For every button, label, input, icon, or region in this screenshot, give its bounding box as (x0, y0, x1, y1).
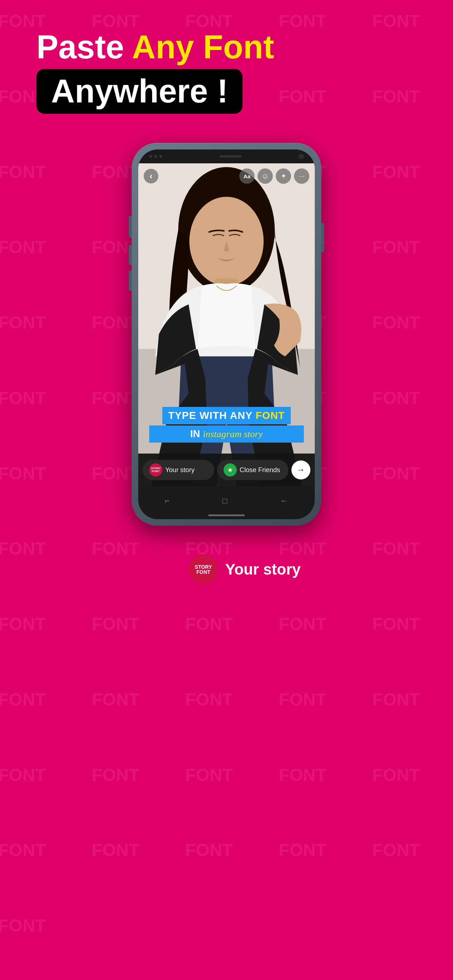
overlay-line2: INinstagram story (149, 425, 304, 442)
text-tool-button[interactable]: Aa (239, 169, 255, 184)
volume-down-button (129, 270, 132, 291)
back-button[interactable]: ‹ (144, 169, 158, 183)
story-overlay-text: TYPE WITH ANY FONT INinstagram story (138, 407, 315, 442)
effects-icon: ✦ (281, 172, 286, 180)
star-icon: ★ (227, 466, 233, 474)
close-friends-button[interactable]: ★ Close Friends (217, 460, 289, 480)
sensor-dot (154, 155, 157, 158)
story-screen: ‹ Aa ☺ ✦ (138, 163, 315, 486)
close-friends-icon: ★ (223, 463, 237, 477)
main-content: Paste Any Font Anywhere ! (0, 0, 453, 584)
sticker-icon: ☺ (262, 172, 269, 180)
nav-back-icon: ⌐ (165, 496, 170, 506)
headline-any-font: Any Font (132, 29, 274, 65)
overlay-instagram-story: instagram story (203, 429, 263, 439)
bottom-section: STORY FONT Your story (152, 555, 301, 584)
sticker-button[interactable]: ☺ (257, 169, 273, 184)
headline-line1: Paste Any Font (37, 29, 274, 65)
overlay-line1: TYPE WITH ANY FONT (162, 407, 291, 425)
back-icon: ‹ (150, 171, 152, 181)
share-arrow-icon: → (297, 465, 305, 475)
bottom-story-label: Your story (225, 561, 301, 578)
more-icon: ⋯ (299, 173, 305, 180)
headline-paste: Paste (37, 29, 124, 65)
sensor-dot (160, 155, 162, 158)
effects-button[interactable]: ✦ (276, 169, 291, 184)
notch-sensors (149, 155, 162, 158)
headline-anywhere-wrapper: Anywhere ! (37, 69, 242, 114)
overlay-in: IN (190, 428, 200, 439)
home-indicator (208, 514, 245, 516)
story-bottom-bar: STORY FONT Your story ★ Close Friends (138, 453, 315, 486)
headline-anywhere: Anywhere ! (51, 73, 228, 110)
logo-story: STORY (195, 565, 212, 570)
speaker-slot (220, 155, 241, 158)
phone-notch (138, 150, 315, 163)
volume-up-button (129, 245, 132, 265)
toolbar-right-buttons: Aa ☺ ✦ ⋯ (239, 169, 309, 184)
overlay-font-highlight: FONT (256, 410, 285, 421)
story-font-logo: STORY FONT (189, 555, 218, 584)
text-icon: Aa (243, 173, 250, 180)
nav-recent-icon: ← (280, 496, 288, 506)
your-story-button[interactable]: STORY FONT Your story (143, 460, 214, 480)
more-button[interactable]: ⋯ (294, 169, 309, 184)
your-story-label: Your story (165, 466, 195, 474)
phone-mockup: ‹ Aa ☺ ✦ (132, 143, 321, 526)
sensor-dot (149, 155, 152, 158)
bottom-label: STORY FONT Your story (189, 555, 301, 584)
overlay-type-with-any: TYPE WITH ANY (168, 410, 256, 421)
close-friends-label: Close Friends (239, 466, 280, 474)
logo-font: FONT (196, 570, 210, 574)
front-camera (299, 154, 304, 159)
svg-point-3 (189, 197, 264, 286)
nav-home-icon: □ (222, 496, 227, 506)
phone-frame: ‹ Aa ☺ ✦ (132, 143, 321, 526)
share-button[interactable]: → (292, 460, 310, 479)
phone-bottom-nav: ⌐ □ ← (138, 486, 315, 519)
sf-text-font: FONT (152, 470, 160, 473)
story-toolbar: ‹ Aa ☺ ✦ (138, 163, 315, 189)
headline-section: Paste Any Font Anywhere ! (37, 29, 274, 114)
story-font-icon: STORY FONT (149, 463, 162, 477)
phone-screen: ‹ Aa ☺ ✦ (138, 150, 315, 519)
